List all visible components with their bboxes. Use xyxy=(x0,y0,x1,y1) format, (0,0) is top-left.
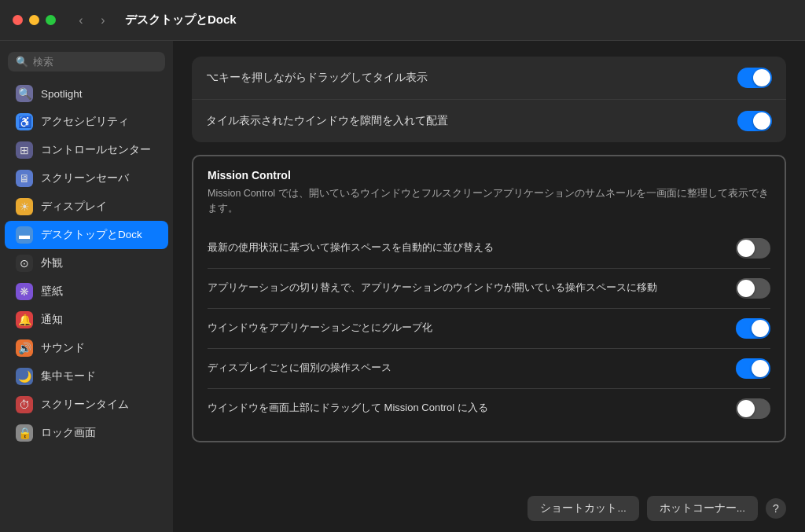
sidebar-item-focus[interactable]: 🌙 集中モード xyxy=(5,362,168,391)
sidebar-item-wallpaper[interactable]: ❋ 壁紙 xyxy=(5,277,168,306)
sidebar-icon-wallpaper: ❋ xyxy=(16,283,33,300)
sidebar-icon-notification: 🔔 xyxy=(16,311,33,328)
sidebar-icon-sound: 🔊 xyxy=(16,339,33,357)
toggle-tile-spacing[interactable] xyxy=(737,111,772,131)
mc-row-group-windows: ウインドウをアプリケーションごとにグループ化 xyxy=(208,309,770,349)
mc-toggle-knob-group-windows xyxy=(752,320,769,337)
mc-row-drag-to-mc: ウインドウを画面上部にドラッグして Mission Control に入る xyxy=(208,389,770,428)
sidebar-label-appearance: 外観 xyxy=(41,256,63,270)
sidebar-item-sound[interactable]: 🔊 サウンド xyxy=(5,334,168,362)
back-button[interactable]: ‹ xyxy=(72,11,90,30)
sidebar-item-screensaver[interactable]: 🖥 スクリーンセーバ xyxy=(5,164,168,193)
toggle-knob-tile-drag xyxy=(753,69,770,86)
setting-text-tile-spacing: タイル表示されたウインドウを隙間を入れて配置 xyxy=(206,114,737,129)
mc-toggle-knob-auto-rearrange xyxy=(737,240,755,257)
shortcut-button[interactable]: ショートカット... xyxy=(527,496,638,521)
search-bar: 🔍 xyxy=(0,47,173,79)
minimize-button[interactable] xyxy=(29,15,39,25)
mc-toggle-group-windows[interactable] xyxy=(736,318,770,339)
mc-title: Mission Control xyxy=(208,169,770,182)
sidebar-icon-spotlight: 🔍 xyxy=(16,85,33,102)
mc-settings-container: 最新の使用状況に基づいて操作スペースを自動的に並び替える アプリケーションの切り… xyxy=(208,229,770,428)
window-title: デスクトップとDock xyxy=(125,13,237,28)
forward-button[interactable]: › xyxy=(94,11,112,30)
mc-text-display-spaces: ディスプレイごとに個別の操作スペース xyxy=(208,361,736,375)
mc-toggle-knob-drag-to-mc xyxy=(737,400,755,417)
sidebar-label-lockscreen: ロック画面 xyxy=(41,426,96,440)
mc-toggle-knob-display-spaces xyxy=(752,360,769,377)
mc-toggle-auto-rearrange[interactable] xyxy=(736,238,770,259)
main-layout: 🔍 🔍 Spotlight ♿ アクセシビリティ ⊞ コントロールセンター 🖥 … xyxy=(0,41,805,532)
mc-description: Mission Control では、開いているウインドウとフルスクリーンアプリ… xyxy=(208,186,770,216)
sidebar-item-accessibility[interactable]: ♿ アクセシビリティ xyxy=(5,108,168,136)
mc-text-drag-to-mc: ウインドウを画面上部にドラッグして Mission Control に入る xyxy=(208,401,736,415)
search-icon: 🔍 xyxy=(16,56,28,68)
sidebar-label-screentime: スクリーンタイム xyxy=(41,398,129,412)
sidebar-label-screensaver: スクリーンセーバ xyxy=(41,171,129,185)
traffic-lights xyxy=(13,15,56,25)
sidebar-icon-display: ☀ xyxy=(16,198,33,215)
sidebar-icon-appearance: ⊙ xyxy=(16,255,33,272)
sidebar-item-appearance[interactable]: ⊙ 外観 xyxy=(5,249,168,277)
sidebar-label-desktop-dock: デスクトップとDock xyxy=(41,228,142,242)
mc-row-switch-space: アプリケーションの切り替えで、アプリケーションのウインドウが開いている操作スペー… xyxy=(208,269,770,309)
sidebar-item-spotlight[interactable]: 🔍 Spotlight xyxy=(5,79,168,108)
mc-row-display-spaces: ディスプレイごとに個別の操作スペース xyxy=(208,349,770,389)
search-input[interactable] xyxy=(33,56,157,68)
sidebar-label-accessibility: アクセシビリティ xyxy=(41,115,129,129)
mc-toggle-switch-space[interactable] xyxy=(736,278,770,299)
sidebar-item-notification[interactable]: 🔔 通知 xyxy=(5,306,168,334)
sidebar: 🔍 🔍 Spotlight ♿ アクセシビリティ ⊞ コントロールセンター 🖥 … xyxy=(0,41,173,532)
help-button[interactable]: ? xyxy=(766,498,786,519)
hot-corners-button[interactable]: ホットコーナー... xyxy=(647,496,758,521)
content-area: ⌥キーを押しながらドラッグしてタイル表示 タイル表示されたウインドウを隙間を入れ… xyxy=(173,41,805,485)
mc-text-switch-space: アプリケーションの切り替えで、アプリケーションのウインドウが開いている操作スペー… xyxy=(208,281,736,295)
sidebar-label-control-center: コントロールセンター xyxy=(41,143,151,157)
mc-text-group-windows: ウインドウをアプリケーションごとにグループ化 xyxy=(208,321,736,335)
sidebar-icon-focus: 🌙 xyxy=(16,368,33,385)
mc-toggle-knob-switch-space xyxy=(737,280,755,297)
close-button[interactable] xyxy=(13,15,23,25)
sidebar-item-desktop-dock[interactable]: ▬ デスクトップとDock xyxy=(5,221,168,249)
bottom-bar: ショートカット... ホットコーナー... ? xyxy=(173,485,805,532)
sidebar-label-spotlight: Spotlight xyxy=(41,88,83,100)
sidebar-item-screentime[interactable]: ⏱ スクリーンタイム xyxy=(5,391,168,419)
sidebar-label-focus: 集中モード xyxy=(41,369,96,383)
navigation-buttons: ‹ › xyxy=(72,11,112,30)
sidebar-icon-lockscreen: 🔒 xyxy=(16,424,33,442)
toggle-knob-tile-spacing xyxy=(753,112,770,130)
sidebar-label-wallpaper: 壁紙 xyxy=(41,284,63,299)
sidebar-label-display: ディスプレイ xyxy=(41,200,107,214)
search-input-wrap: 🔍 xyxy=(8,52,165,72)
sidebar-icon-accessibility: ♿ xyxy=(16,113,33,130)
mc-row-auto-rearrange: 最新の使用状況に基づいて操作スペースを自動的に並び替える xyxy=(208,229,770,269)
mission-control-card: Mission Control Mission Control では、開いている… xyxy=(192,155,786,442)
setting-row-tile-spacing: タイル表示されたウインドウを隙間を入れて配置 xyxy=(192,100,786,142)
top-settings-card: ⌥キーを押しながらドラッグしてタイル表示 タイル表示されたウインドウを隙間を入れ… xyxy=(192,57,786,142)
mc-toggle-drag-to-mc[interactable] xyxy=(736,398,770,419)
sidebar-label-sound: サウンド xyxy=(41,341,85,355)
maximize-button[interactable] xyxy=(46,15,56,25)
sidebar-icon-screentime: ⏱ xyxy=(16,396,33,413)
sidebar-items-container: 🔍 Spotlight ♿ アクセシビリティ ⊞ コントロールセンター 🖥 スク… xyxy=(0,79,173,447)
toggle-tile-drag[interactable] xyxy=(737,68,772,88)
sidebar-item-lockscreen[interactable]: 🔒 ロック画面 xyxy=(5,419,168,447)
titlebar: ‹ › デスクトップとDock xyxy=(0,0,805,41)
setting-row-tile-drag: ⌥キーを押しながらドラッグしてタイル表示 xyxy=(192,57,786,100)
setting-text-tile-drag: ⌥キーを押しながらドラッグしてタイル表示 xyxy=(206,71,737,86)
sidebar-label-notification: 通知 xyxy=(41,313,63,327)
sidebar-icon-control-center: ⊞ xyxy=(16,141,33,159)
sidebar-item-display[interactable]: ☀ ディスプレイ xyxy=(5,193,168,221)
sidebar-icon-desktop-dock: ▬ xyxy=(16,226,33,244)
mc-text-auto-rearrange: 最新の使用状況に基づいて操作スペースを自動的に並び替える xyxy=(208,240,736,255)
sidebar-icon-screensaver: 🖥 xyxy=(16,170,33,187)
mc-toggle-display-spaces[interactable] xyxy=(736,358,770,379)
sidebar-item-control-center[interactable]: ⊞ コントロールセンター xyxy=(5,136,168,164)
top-settings-container: ⌥キーを押しながらドラッグしてタイル表示 タイル表示されたウインドウを隙間を入れ… xyxy=(192,57,786,142)
